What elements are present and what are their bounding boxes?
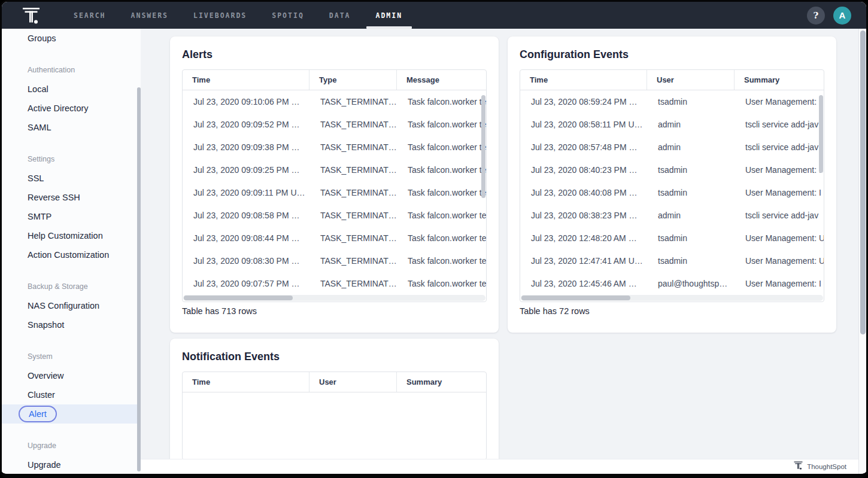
sidebar-item-saml[interactable]: SAML bbox=[2, 118, 141, 137]
sidebar-item-groups[interactable]: Groups bbox=[2, 29, 141, 48]
cell-message: Task falcon.worker te bbox=[397, 90, 486, 113]
cell-message: Task falcon.worker te bbox=[397, 204, 486, 227]
cell-type: TASK_TERMINAT… bbox=[309, 113, 397, 136]
thoughtspot-logo-icon[interactable] bbox=[22, 6, 40, 25]
column-header-time: Time bbox=[183, 372, 309, 392]
sidebar-scrollbar[interactable] bbox=[137, 87, 141, 471]
alerts-row-count: Table has 713 rows bbox=[182, 306, 499, 316]
cell-user: tsadmin bbox=[647, 159, 735, 181]
cell-user: paul@thoughtsp… bbox=[647, 272, 735, 295]
sidebar-item-active-directory[interactable]: Active Directory bbox=[2, 99, 141, 118]
sidebar-item-overview[interactable]: Overview bbox=[2, 366, 141, 385]
configuration-events-horizontal-scrollbar[interactable] bbox=[521, 296, 630, 300]
cell-type: TASK_TERMINAT… bbox=[309, 272, 397, 295]
nav-tab-search[interactable]: SEARCH bbox=[74, 2, 106, 29]
column-header-type: Type bbox=[309, 70, 397, 90]
app-window: SEARCH ANSWERS LIVEBOARDS SPOTIQ DATA AD… bbox=[0, 0, 868, 478]
alerts-table-row: Jul 23, 2020 09:08:44 PM … TASK_TERMINAT… bbox=[183, 227, 486, 249]
cell-time: Jul 23, 2020 09:07:57 PM … bbox=[183, 272, 309, 295]
sidebar-section-upgrade: Upgrade bbox=[2, 436, 141, 455]
configuration-events-table: Time User Summary Jul 23, 2020 08:59:24 … bbox=[520, 69, 824, 302]
sidebar-item-ssl[interactable]: SSL bbox=[2, 169, 141, 188]
sidebar-item-nas-configuration[interactable]: NAS Configuration bbox=[2, 296, 141, 315]
primary-nav: SEARCH ANSWERS LIVEBOARDS SPOTIQ DATA AD… bbox=[74, 2, 402, 29]
nav-tab-liveboards[interactable]: LIVEBOARDS bbox=[193, 2, 247, 29]
cell-time: Jul 23, 2020 09:08:30 PM … bbox=[183, 249, 309, 272]
sidebar-item-action-customization[interactable]: Action Customization bbox=[2, 245, 141, 264]
cell-time: Jul 23, 2020 08:57:48 PM … bbox=[520, 136, 647, 159]
configuration-events-table-row: Jul 23, 2020 08:40:23 PM … tsadmin User … bbox=[520, 159, 824, 181]
sidebar-item-help-customization[interactable]: Help Customization bbox=[2, 226, 141, 245]
alerts-table-header: Time Type Message bbox=[183, 70, 486, 90]
alerts-table-row: Jul 23, 2020 09:09:25 PM … TASK_TERMINAT… bbox=[183, 159, 486, 181]
cell-summary: User Management: I bbox=[735, 272, 824, 295]
cell-type: TASK_TERMINAT… bbox=[309, 181, 397, 204]
cell-message: Task falcon.worker te bbox=[397, 181, 486, 204]
column-header-time: Time bbox=[520, 70, 647, 90]
configuration-events-table-row: Jul 23, 2020 12:47:41 AM U… tsadmin User… bbox=[520, 249, 824, 272]
configuration-events-table-row: Jul 23, 2020 08:59:24 PM … tsadmin User … bbox=[520, 90, 824, 113]
column-header-summary: Summary bbox=[735, 70, 824, 90]
cell-summary: tscli service add-jav bbox=[735, 136, 824, 159]
sidebar-item-upgrade[interactable]: Upgrade bbox=[2, 455, 141, 474]
top-navbar: SEARCH ANSWERS LIVEBOARDS SPOTIQ DATA AD… bbox=[2, 2, 866, 29]
cell-summary: User Management: U bbox=[735, 249, 824, 272]
cell-summary: tscli service add-jav bbox=[735, 204, 824, 227]
cell-user: admin bbox=[647, 204, 735, 227]
configuration-events-card: Configuration Events Time User Summary J… bbox=[508, 36, 836, 333]
cell-time: Jul 23, 2020 09:08:58 PM … bbox=[183, 204, 309, 227]
sidebar-item-snapshot[interactable]: Snapshot bbox=[2, 315, 141, 334]
cell-message: Task falcon.worker te bbox=[397, 227, 486, 249]
cell-user: tsadmin bbox=[647, 90, 735, 113]
nav-tab-data[interactable]: DATA bbox=[329, 2, 351, 29]
sidebar-item-local[interactable]: Local bbox=[2, 80, 141, 99]
configuration-events-table-row: Jul 23, 2020 12:45:46 AM … paul@thoughts… bbox=[520, 272, 824, 295]
cell-time: Jul 23, 2020 09:09:52 PM … bbox=[183, 113, 309, 136]
help-button[interactable]: ? bbox=[807, 7, 825, 25]
user-avatar[interactable]: A bbox=[833, 7, 851, 25]
admin-sidebar: Groups Authentication Local Active Direc… bbox=[2, 29, 141, 474]
sidebar-item-cluster[interactable]: Cluster bbox=[2, 385, 141, 404]
page-scrollbar-track bbox=[858, 29, 866, 474]
alerts-table-row: Jul 23, 2020 09:10:06 PM … TASK_TERMINAT… bbox=[183, 90, 486, 113]
nav-tab-answers[interactable]: ANSWERS bbox=[131, 2, 168, 29]
sidebar-item-smtp[interactable]: SMTP bbox=[2, 207, 141, 226]
configuration-events-table-row: Jul 23, 2020 08:58:11 PM U… admin tscli … bbox=[520, 113, 824, 136]
sidebar-item-alert[interactable]: Alert bbox=[2, 404, 141, 424]
page-scrollbar-thumb[interactable] bbox=[860, 31, 866, 334]
cell-time: Jul 23, 2020 08:40:23 PM … bbox=[520, 159, 647, 181]
sidebar-section-settings: Settings bbox=[2, 150, 141, 169]
nav-right-controls: ? A bbox=[807, 2, 851, 29]
sidebar-item-reverse-ssh[interactable]: Reverse SSH bbox=[2, 188, 141, 207]
cell-message: Task falcon.worker te bbox=[397, 272, 486, 295]
cell-message: Task falcon.worker te bbox=[397, 113, 486, 136]
configuration-events-table-row: Jul 23, 2020 08:38:23 PM … admin tscli s… bbox=[520, 204, 824, 227]
cell-time: Jul 23, 2020 09:10:06 PM … bbox=[183, 90, 309, 113]
alerts-horizontal-scrollbar[interactable] bbox=[184, 296, 293, 300]
cell-time: Jul 23, 2020 12:48:20 AM … bbox=[520, 227, 647, 249]
configuration-events-title: Configuration Events bbox=[520, 48, 836, 61]
notification-events-table-body bbox=[183, 392, 486, 459]
configuration-events-table-body: Jul 23, 2020 08:59:24 PM … tsadmin User … bbox=[520, 90, 824, 295]
alerts-vertical-scrollbar[interactable] bbox=[481, 95, 485, 198]
configuration-events-vertical-scrollbar[interactable] bbox=[819, 95, 823, 173]
cell-summary: User Management: U bbox=[735, 227, 824, 249]
cell-message: Task falcon.worker te bbox=[397, 249, 486, 272]
cell-type: TASK_TERMINAT… bbox=[309, 227, 397, 249]
nav-tab-spotiq[interactable]: SPOTIQ bbox=[272, 2, 304, 29]
cell-time: Jul 23, 2020 09:09:38 PM … bbox=[183, 136, 309, 159]
cell-user: admin bbox=[647, 136, 735, 159]
nav-tab-admin[interactable]: ADMIN bbox=[376, 2, 403, 29]
cell-type: TASK_TERMINAT… bbox=[309, 136, 397, 159]
sidebar-section-system: System bbox=[2, 347, 141, 366]
alerts-table: Time Type Message Jul 23, 2020 09:10:06 … bbox=[182, 69, 487, 302]
sidebar-item-alert-focus-ring: Alert bbox=[19, 406, 57, 422]
cell-type: TASK_TERMINAT… bbox=[309, 249, 397, 272]
cell-time: Jul 23, 2020 09:09:25 PM … bbox=[183, 159, 309, 181]
notification-events-table-header: Time User Summary bbox=[183, 372, 486, 392]
column-header-time: Time bbox=[183, 70, 309, 90]
sidebar-item-label: Alert bbox=[29, 409, 47, 419]
cell-time: Jul 23, 2020 08:59:24 PM … bbox=[520, 90, 647, 113]
sidebar-section-authentication: Authentication bbox=[2, 60, 141, 80]
notification-events-table: Time User Summary bbox=[182, 372, 487, 460]
